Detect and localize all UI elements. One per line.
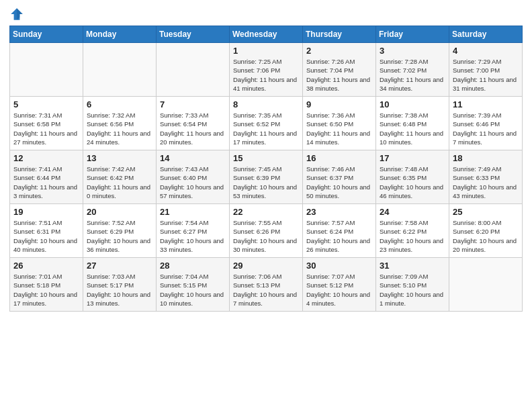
calendar-cell: 21Sunrise: 7:54 AM Sunset: 6:27 PM Dayli… (157, 204, 230, 258)
calendar-header-wednesday: Wednesday (230, 26, 303, 43)
logo-icon (9, 7, 24, 21)
day-info: Sunrise: 7:48 AM Sunset: 6:35 PM Dayligh… (380, 165, 445, 200)
calendar-cell: 13Sunrise: 7:42 AM Sunset: 6:42 PM Dayli… (83, 150, 157, 204)
day-number: 17 (380, 153, 445, 163)
calendar-cell: 22Sunrise: 7:55 AM Sunset: 6:26 PM Dayli… (230, 204, 303, 258)
day-info: Sunrise: 7:49 AM Sunset: 6:33 PM Dayligh… (453, 165, 519, 200)
day-number: 15 (233, 153, 299, 163)
day-number: 11 (453, 99, 519, 109)
calendar-cell: 24Sunrise: 7:58 AM Sunset: 6:22 PM Dayli… (376, 204, 449, 258)
day-info: Sunrise: 8:00 AM Sunset: 6:20 PM Dayligh… (453, 218, 519, 254)
calendar-header-friday: Friday (376, 26, 449, 43)
calendar-header-tuesday: Tuesday (157, 26, 230, 43)
calendar-week-row: 1Sunrise: 7:25 AM Sunset: 7:06 PM Daylig… (10, 43, 523, 97)
day-info: Sunrise: 7:41 AM Sunset: 6:44 PM Dayligh… (13, 165, 79, 200)
page-header (9, 7, 523, 21)
day-number: 10 (380, 99, 445, 109)
day-info: Sunrise: 7:09 AM Sunset: 5:10 PM Dayligh… (380, 272, 445, 308)
calendar-cell: 27Sunrise: 7:03 AM Sunset: 5:17 PM Dayli… (83, 258, 157, 312)
calendar-cell: 2Sunrise: 7:26 AM Sunset: 7:04 PM Daylig… (303, 43, 376, 97)
calendar-cell: 9Sunrise: 7:36 AM Sunset: 6:50 PM Daylig… (303, 97, 376, 150)
day-info: Sunrise: 7:43 AM Sunset: 6:40 PM Dayligh… (160, 165, 226, 200)
calendar-week-row: 19Sunrise: 7:51 AM Sunset: 6:31 PM Dayli… (10, 204, 523, 258)
day-info: Sunrise: 7:06 AM Sunset: 5:13 PM Dayligh… (233, 272, 299, 308)
calendar-cell: 7Sunrise: 7:33 AM Sunset: 6:54 PM Daylig… (157, 97, 230, 150)
calendar-week-row: 12Sunrise: 7:41 AM Sunset: 6:44 PM Dayli… (10, 150, 523, 204)
calendar-header-thursday: Thursday (303, 26, 376, 43)
calendar-cell: 14Sunrise: 7:43 AM Sunset: 6:40 PM Dayli… (157, 150, 230, 204)
calendar-header-saturday: Saturday (449, 26, 523, 43)
day-number: 4 (453, 46, 519, 56)
day-number: 29 (233, 261, 299, 271)
day-number: 13 (87, 153, 152, 163)
day-number: 25 (453, 207, 519, 217)
day-info: Sunrise: 7:45 AM Sunset: 6:39 PM Dayligh… (233, 165, 299, 200)
calendar-cell: 31Sunrise: 7:09 AM Sunset: 5:10 PM Dayli… (376, 258, 449, 312)
day-info: Sunrise: 7:01 AM Sunset: 5:18 PM Dayligh… (13, 272, 79, 308)
calendar-header-sunday: Sunday (10, 26, 83, 43)
day-info: Sunrise: 7:55 AM Sunset: 6:26 PM Dayligh… (233, 218, 299, 254)
calendar-cell: 12Sunrise: 7:41 AM Sunset: 6:44 PM Dayli… (10, 150, 83, 204)
day-number: 12 (13, 153, 79, 163)
day-number: 20 (87, 207, 152, 217)
calendar-cell: 6Sunrise: 7:32 AM Sunset: 6:56 PM Daylig… (83, 97, 157, 150)
day-number: 22 (233, 207, 299, 217)
calendar-cell: 10Sunrise: 7:38 AM Sunset: 6:48 PM Dayli… (376, 97, 449, 150)
day-number: 26 (13, 261, 79, 271)
day-info: Sunrise: 7:38 AM Sunset: 6:48 PM Dayligh… (380, 111, 445, 146)
day-info: Sunrise: 7:35 AM Sunset: 6:52 PM Dayligh… (233, 111, 299, 146)
day-info: Sunrise: 7:07 AM Sunset: 5:12 PM Dayligh… (306, 272, 372, 308)
day-number: 14 (160, 153, 226, 163)
day-info: Sunrise: 7:46 AM Sunset: 6:37 PM Dayligh… (306, 165, 372, 200)
day-number: 8 (233, 99, 299, 109)
day-info: Sunrise: 7:51 AM Sunset: 6:31 PM Dayligh… (13, 218, 79, 254)
day-number: 24 (380, 207, 445, 217)
day-number: 23 (306, 207, 372, 217)
day-info: Sunrise: 7:25 AM Sunset: 7:06 PM Dayligh… (233, 57, 299, 93)
calendar-cell: 11Sunrise: 7:39 AM Sunset: 6:46 PM Dayli… (449, 97, 523, 150)
day-number: 21 (160, 207, 226, 217)
day-info: Sunrise: 7:58 AM Sunset: 6:22 PM Dayligh… (380, 218, 445, 254)
day-number: 28 (160, 261, 226, 271)
day-info: Sunrise: 7:42 AM Sunset: 6:42 PM Dayligh… (87, 165, 152, 200)
day-number: 16 (306, 153, 372, 163)
day-number: 5 (13, 99, 79, 109)
calendar-week-row: 5Sunrise: 7:31 AM Sunset: 6:58 PM Daylig… (10, 97, 523, 150)
day-number: 7 (160, 99, 226, 109)
calendar-cell: 29Sunrise: 7:06 AM Sunset: 5:13 PM Dayli… (230, 258, 303, 312)
day-number: 27 (87, 261, 152, 271)
day-info: Sunrise: 7:04 AM Sunset: 5:15 PM Dayligh… (160, 272, 226, 308)
day-info: Sunrise: 7:31 AM Sunset: 6:58 PM Dayligh… (13, 111, 79, 146)
day-info: Sunrise: 7:28 AM Sunset: 7:02 PM Dayligh… (380, 57, 445, 93)
day-info: Sunrise: 7:33 AM Sunset: 6:54 PM Dayligh… (160, 111, 226, 146)
day-info: Sunrise: 7:52 AM Sunset: 6:29 PM Dayligh… (87, 218, 152, 254)
calendar-table: SundayMondayTuesdayWednesdayThursdayFrid… (9, 26, 523, 312)
calendar-cell: 3Sunrise: 7:28 AM Sunset: 7:02 PM Daylig… (376, 43, 449, 97)
calendar-header-row: SundayMondayTuesdayWednesdayThursdayFrid… (10, 26, 523, 43)
calendar-week-row: 26Sunrise: 7:01 AM Sunset: 5:18 PM Dayli… (10, 258, 523, 312)
calendar-cell: 19Sunrise: 7:51 AM Sunset: 6:31 PM Dayli… (10, 204, 83, 258)
day-info: Sunrise: 7:32 AM Sunset: 6:56 PM Dayligh… (87, 111, 152, 146)
calendar-cell: 4Sunrise: 7:29 AM Sunset: 7:00 PM Daylig… (449, 43, 523, 97)
day-info: Sunrise: 7:57 AM Sunset: 6:24 PM Dayligh… (306, 218, 372, 254)
day-number: 9 (306, 99, 372, 109)
calendar-cell: 8Sunrise: 7:35 AM Sunset: 6:52 PM Daylig… (230, 97, 303, 150)
day-info: Sunrise: 7:36 AM Sunset: 6:50 PM Dayligh… (306, 111, 372, 146)
calendar-header-monday: Monday (83, 26, 157, 43)
calendar-cell: 26Sunrise: 7:01 AM Sunset: 5:18 PM Dayli… (10, 258, 83, 312)
day-number: 6 (87, 99, 152, 109)
calendar-cell: 25Sunrise: 8:00 AM Sunset: 6:20 PM Dayli… (449, 204, 523, 258)
day-number: 30 (306, 261, 372, 271)
day-info: Sunrise: 7:54 AM Sunset: 6:27 PM Dayligh… (160, 218, 226, 254)
day-info: Sunrise: 7:39 AM Sunset: 6:46 PM Dayligh… (453, 111, 519, 146)
calendar-cell: 30Sunrise: 7:07 AM Sunset: 5:12 PM Dayli… (303, 258, 376, 312)
day-info: Sunrise: 7:29 AM Sunset: 7:00 PM Dayligh… (453, 57, 519, 93)
day-info: Sunrise: 7:03 AM Sunset: 5:17 PM Dayligh… (87, 272, 152, 308)
day-number: 3 (380, 46, 445, 56)
page-container: SundayMondayTuesdayWednesdayThursdayFrid… (0, 0, 532, 411)
calendar-cell (10, 43, 83, 97)
calendar-cell (157, 43, 230, 97)
calendar-cell: 1Sunrise: 7:25 AM Sunset: 7:06 PM Daylig… (230, 43, 303, 97)
calendar-cell (449, 258, 523, 312)
calendar-cell (83, 43, 157, 97)
